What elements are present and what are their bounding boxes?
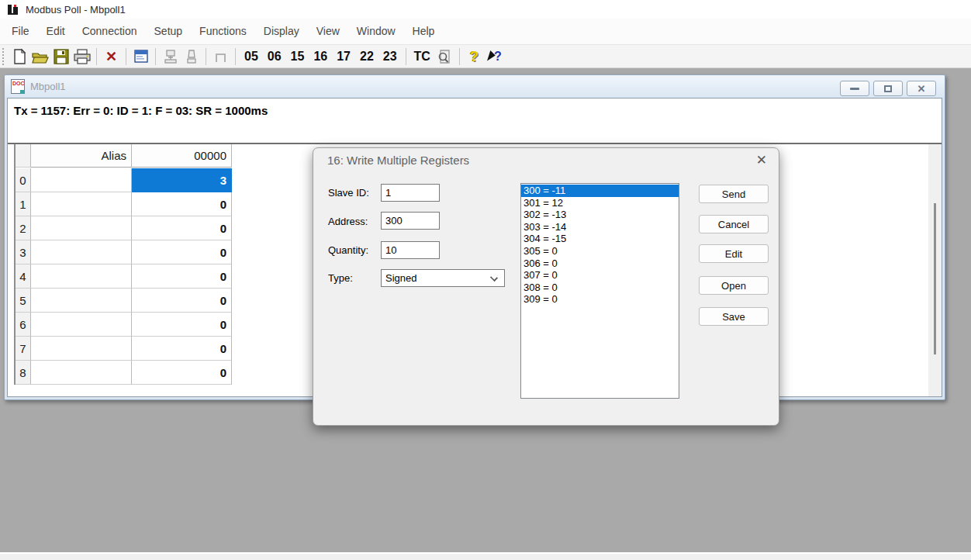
toolbar-separator (235, 48, 236, 65)
row-header[interactable]: 6 (16, 313, 31, 337)
menu-setup[interactable]: Setup (146, 19, 192, 44)
menu-edit[interactable]: Edit (38, 19, 74, 44)
alias-cell[interactable] (31, 240, 132, 264)
scrollbar-thumb[interactable] (934, 203, 936, 354)
alias-cell[interactable] (31, 168, 132, 192)
save-button[interactable] (50, 47, 71, 66)
menu-functions[interactable]: Functions (191, 19, 255, 44)
menu-window[interactable]: Window (348, 19, 404, 44)
toolbar-separator (459, 48, 460, 65)
print-button[interactable] (71, 47, 92, 66)
app-title: Modbus Poll - Mbpoll1 (26, 4, 126, 16)
child-maximize-button[interactable] (873, 81, 903, 96)
read-write-once-button[interactable] (160, 47, 181, 66)
register-list-item[interactable]: 308 = 0 (521, 282, 679, 294)
register-list-item[interactable]: 309 = 0 (521, 293, 679, 306)
dialog-title: 16: Write Multiple Registers (327, 154, 469, 167)
alias-cell[interactable] (31, 313, 132, 337)
toolbar-fc-17[interactable]: 17 (332, 47, 355, 66)
cancel-button[interactable]: Cancel (699, 215, 769, 233)
save-list-button[interactable]: Save (699, 307, 769, 326)
row-header[interactable]: 1 (16, 192, 31, 216)
test-center-button[interactable] (434, 47, 455, 66)
address-field[interactable] (381, 212, 440, 230)
toolbar-grip[interactable] (2, 48, 5, 65)
type-dropdown[interactable]: Signed (381, 269, 505, 287)
row-header[interactable]: 4 (16, 264, 31, 289)
register-grid: Alias 00000 0 3 1 0 2 0 3 0 (14, 144, 232, 385)
value-cell[interactable]: 0 (132, 289, 232, 313)
value-cell[interactable]: 0 (132, 240, 232, 264)
alias-cell[interactable] (31, 289, 132, 313)
register-list-item[interactable]: 302 = -13 (521, 209, 679, 221)
alias-cell[interactable] (31, 264, 132, 289)
menu-connection[interactable]: Connection (74, 19, 146, 44)
menu-help[interactable]: Help (404, 19, 444, 44)
toolbar-fc-15[interactable]: 15 (286, 47, 309, 66)
register-list-item[interactable]: 301 = 12 (521, 197, 679, 209)
register-list-item[interactable]: 304 = -15 (521, 233, 679, 245)
register-list-item[interactable]: 303 = -14 (521, 221, 679, 233)
toolbar-tc-button[interactable]: TC (410, 47, 434, 66)
communication-traffic-button[interactable] (210, 47, 231, 66)
menu-view[interactable]: View (308, 19, 348, 44)
row-header[interactable]: 2 (16, 216, 31, 240)
display-setup-button[interactable] (130, 47, 151, 66)
grid-header-alias[interactable]: Alias (31, 144, 132, 168)
value-cell-selected[interactable]: 3 (132, 168, 232, 192)
mbpoll1-title-bar[interactable]: DOC Mbpoll1 ✕ (5, 75, 945, 97)
alias-cell[interactable] (31, 361, 132, 385)
mbpoll1-title: Mbpoll1 (30, 81, 66, 92)
poll-device-icon (162, 48, 179, 65)
child-close-button[interactable]: ✕ (907, 81, 936, 96)
open-file-button[interactable] (29, 47, 50, 66)
value-cell[interactable]: 0 (132, 264, 232, 289)
child-minimize-button[interactable] (840, 81, 869, 96)
help-button[interactable]: ? (464, 47, 485, 66)
alias-cell[interactable] (31, 337, 132, 361)
app-icon (6, 3, 19, 16)
row-header[interactable]: 3 (16, 240, 31, 264)
grid-header-00000[interactable]: 00000 (132, 144, 232, 168)
register-list-item-selected[interactable]: 300 = -11 (521, 185, 679, 197)
row-header[interactable]: 7 (16, 337, 31, 361)
row-header[interactable]: 5 (16, 289, 31, 313)
alias-cell[interactable] (31, 216, 132, 240)
open-button[interactable]: Open (699, 276, 769, 295)
edit-button[interactable]: Edit (699, 244, 769, 263)
new-file-button[interactable] (9, 47, 29, 66)
value-cell[interactable]: 0 (132, 337, 232, 361)
delete-button[interactable]: ✕ (101, 47, 122, 66)
toolbar-fc-23[interactable]: 23 (378, 47, 402, 66)
slave-id-field[interactable] (381, 184, 440, 202)
delete-x-icon: ✕ (105, 50, 117, 64)
register-list-item[interactable]: 306 = 0 (521, 258, 679, 270)
value-cell[interactable]: 0 (132, 313, 232, 337)
maximize-icon (884, 85, 892, 92)
register-list-item[interactable]: 305 = 0 (521, 245, 679, 258)
register-values-listbox[interactable]: 300 = -11 301 = 12 302 = -13 303 = -14 3… (520, 183, 679, 399)
value-cell[interactable]: 0 (132, 216, 232, 240)
dialog-close-icon[interactable]: ✕ (756, 152, 767, 168)
row-header[interactable]: 0 (16, 168, 31, 192)
menu-file[interactable]: File (3, 19, 38, 44)
grid-corner-cell (16, 144, 31, 168)
toolbar-fc-22[interactable]: 22 (355, 47, 378, 66)
toolbar-fc-16[interactable]: 16 (309, 47, 332, 66)
menu-display[interactable]: Display (255, 19, 308, 44)
row-header[interactable]: 8 (16, 361, 31, 385)
toolbar-fc-05[interactable]: 05 (240, 47, 263, 66)
alias-cell[interactable] (31, 192, 132, 216)
vertical-scrollbar[interactable] (928, 144, 942, 396)
register-list-item[interactable]: 307 = 0 (521, 269, 679, 282)
context-help-icon: ? (489, 50, 502, 63)
quantity-field[interactable] (381, 241, 440, 259)
stop-poll-button[interactable] (181, 47, 202, 66)
print-icon (73, 48, 92, 65)
value-cell[interactable]: 0 (132, 361, 232, 385)
toolbar-separator (206, 48, 206, 65)
send-button[interactable]: Send (699, 185, 769, 203)
context-help-button[interactable]: ? (485, 47, 506, 66)
value-cell[interactable]: 0 (132, 192, 232, 216)
toolbar-fc-06[interactable]: 06 (263, 47, 286, 66)
